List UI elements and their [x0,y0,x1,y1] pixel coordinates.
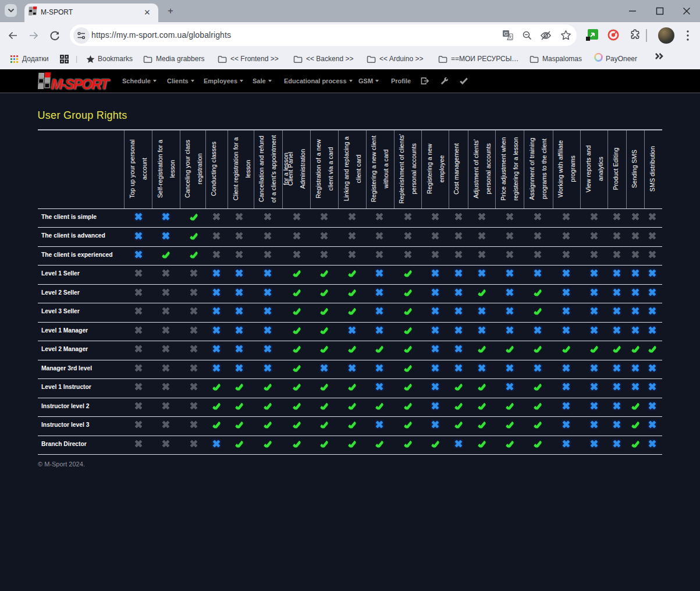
svg-text:G: G [504,31,508,37]
